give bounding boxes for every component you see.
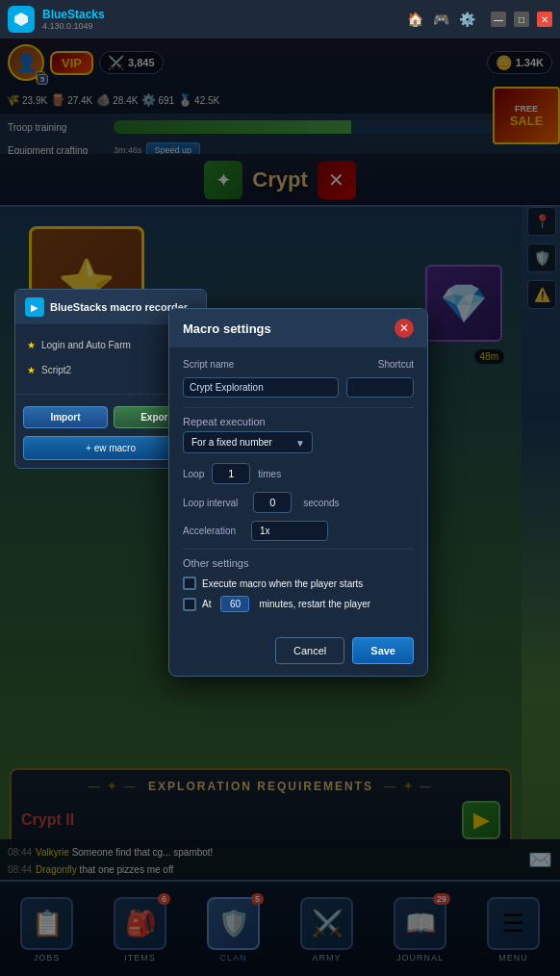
loop-input[interactable] [212, 463, 250, 484]
cancel-button[interactable]: Cancel [275, 637, 344, 664]
bluestacks-topbar: BlueStacks 4.130.0.1049 🏠 🎮 ⚙️ — □ ✕ [0, 0, 560, 39]
window-controls: — □ ✕ [491, 12, 552, 27]
maximize-button[interactable]: □ [514, 12, 529, 27]
acceleration-label: Acceleration [183, 526, 236, 536]
bs-panel-logo: ▶ [25, 297, 44, 317]
repeat-execution-dropdown-wrapper: For a fixed number ▼ [183, 431, 313, 453]
star-icon-1: ★ [27, 340, 36, 350]
dialog-header: Macro settings ✕ [169, 309, 427, 347]
script-name-input[interactable] [183, 377, 339, 398]
interval-label: Loop interval [183, 498, 238, 508]
checkbox-2[interactable] [183, 598, 196, 611]
home-icon[interactable]: 🏠 [407, 12, 423, 27]
loop-label: Loop [183, 469, 204, 479]
svg-marker-0 [14, 13, 28, 26]
import-button[interactable]: Import [23, 406, 108, 428]
settings-gear-icon[interactable]: ⚙️ [459, 12, 475, 27]
bs-app-version: 4.130.0.1049 [42, 21, 399, 31]
macro-settings-dialog: Macro settings ✕ Script name Shortcut Re… [168, 308, 428, 677]
checkbox-row-1: Execute macro when the player starts [183, 577, 414, 590]
game-area: 👤 6 5 VIP ⚔️ 3,845 🪙 1.34K 🌾 23.9K 🪵 27.… [0, 39, 560, 976]
script-label-2: Script2 [41, 365, 71, 375]
save-button[interactable]: Save [352, 637, 414, 664]
script-label-1: Login and Auto Farm [41, 340, 131, 350]
checkbox-1-label: Execute macro when the player starts [202, 578, 363, 589]
form-divider-1 [183, 407, 414, 408]
shortcut-input[interactable] [346, 377, 414, 398]
close-button[interactable]: ✕ [537, 12, 552, 27]
repeat-execution-select[interactable]: For a fixed number [183, 431, 313, 453]
loop-unit: times [258, 469, 281, 479]
star-icon-2: ★ [27, 365, 36, 375]
other-settings-label: Other settings [183, 557, 414, 569]
script-name-shortcut-inputs [183, 377, 414, 398]
bs-title-area: BlueStacks 4.130.0.1049 [42, 8, 399, 31]
interval-unit: seconds [303, 498, 339, 508]
bs-app-title: BlueStacks [42, 8, 399, 21]
shortcut-label: Shortcut [378, 359, 414, 370]
script-name-shortcut-labels: Script name Shortcut [183, 359, 414, 370]
checkbox-2-prefix: At [202, 599, 211, 609]
dialog-title: Macro settings [183, 321, 271, 336]
macro-panel-title: BlueStacks macro recorder [50, 301, 188, 313]
minutes-input[interactable] [220, 596, 249, 612]
checkbox-row-2: At minutes, restart the player [183, 596, 414, 612]
checkbox-1[interactable] [183, 577, 196, 590]
interval-row: Loop interval seconds [183, 492, 414, 513]
acceleration-row: Acceleration 1x 2x 4x [183, 521, 414, 541]
loop-row: Loop times [183, 463, 414, 484]
dialog-body: Script name Shortcut Repeat execution Fo… [169, 347, 427, 629]
acceleration-select[interactable]: 1x 2x 4x [251, 521, 328, 541]
repeat-execution-label: Repeat execution [183, 416, 414, 427]
acceleration-dropdown-wrapper: 1x 2x 4x [251, 521, 328, 541]
form-divider-2 [183, 549, 414, 550]
interval-input[interactable] [253, 492, 292, 513]
script-name-label: Script name [183, 359, 234, 370]
dialog-close-button[interactable]: ✕ [395, 319, 414, 338]
dialog-footer: Cancel Save [169, 629, 427, 676]
checkbox-2-suffix: minutes, restart the player [259, 599, 370, 609]
minimize-button[interactable]: — [491, 12, 506, 27]
bs-toolbar: 🏠 🎮 ⚙️ [407, 12, 475, 27]
bs-logo [8, 6, 35, 33]
game-icon[interactable]: 🎮 [433, 12, 449, 27]
